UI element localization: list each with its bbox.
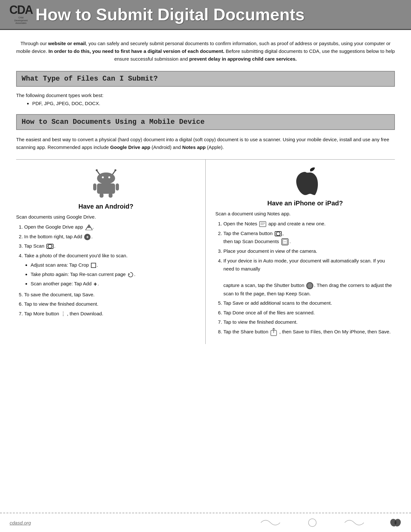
iphone-step-8: Tap the Share button , then Save to File…	[223, 328, 395, 336]
apple-icon-area	[215, 166, 395, 198]
iphone-steps-list: Open the Notes app and create a new one.…	[223, 220, 395, 336]
svg-rect-10	[100, 193, 103, 198]
svg-marker-14	[128, 273, 130, 275]
logo-cda-text: CDA	[9, 4, 33, 16]
camera-button-icon	[275, 231, 282, 236]
doc-types-intro: The following document types work best:	[16, 93, 395, 98]
add-circle-icon	[84, 234, 91, 240]
svg-point-4	[97, 172, 115, 184]
svg-rect-7	[97, 183, 115, 194]
iphone-step-4: If your device is in Auto mode, your doc…	[223, 257, 395, 298]
android-step-2: In the bottom right, tap Add .	[24, 232, 196, 241]
crop-icon	[91, 263, 96, 268]
plus-icon: +	[93, 279, 97, 289]
android-column: Have an Android? Scan documents using Go…	[16, 160, 206, 344]
footer-squiggle-2	[345, 518, 364, 527]
shutter-button-icon	[306, 282, 313, 289]
share-button-icon	[270, 328, 277, 336]
iphone-step-5: Tap Save or add additional scans to the …	[223, 299, 395, 307]
android-step-3: Tap Scan .	[24, 242, 196, 250]
iphone-scan-subtitle: Scan a document using Notes app.	[215, 211, 395, 216]
android-icon-area	[16, 166, 196, 200]
svg-rect-8	[93, 183, 96, 191]
android-scan-subtitle: Scan documents using Google Drive.	[16, 214, 196, 220]
svg-point-1	[96, 169, 98, 171]
doc-types-item: PDF, JPG, JPEG, DOC, DOCX.	[32, 101, 395, 106]
svg-point-27	[395, 521, 396, 525]
android-step-4: Take a photo of the document you'd like …	[24, 251, 196, 289]
iphone-column: Have an iPhone or iPad? Scan a document …	[206, 160, 395, 344]
iphone-step-7: Tap to view the finished document.	[223, 318, 395, 326]
android-robot-icon	[90, 166, 122, 198]
scan-camera-icon	[46, 244, 54, 249]
doc-types-list: PDF, JPG, JPEG, DOC, DOCX.	[32, 101, 395, 106]
page-footer: cdasd.org	[0, 513, 411, 532]
svg-rect-11	[109, 193, 113, 198]
gdrive-icon	[85, 224, 93, 230]
scan-documents-icon	[281, 238, 289, 246]
main-content: Through our website or email, you can sa…	[0, 30, 411, 354]
svg-point-3	[114, 169, 116, 171]
iphone-step-3: Place your document in view of the camer…	[223, 247, 395, 255]
android-step-5: To save the document, tap Save.	[24, 291, 196, 299]
more-button-icon: ⋮	[61, 310, 66, 318]
footer-circle	[306, 518, 319, 527]
svg-point-6	[108, 176, 110, 178]
android-step-6: Tap to view the finished document.	[24, 300, 196, 308]
page-header: CDA ChildDevelopmentAssociates How to Su…	[0, 0, 411, 30]
footer-butterfly-icon	[390, 518, 401, 527]
android-step-1: Open the Google Drive app .	[24, 223, 196, 231]
rescan-icon	[128, 272, 133, 278]
svg-rect-9	[116, 183, 119, 191]
footer-decoration	[261, 518, 401, 527]
iphone-step-2: Tap the Camera button , then tap Scan Do…	[223, 229, 395, 246]
android-steps-list: Open the Google Drive app . In the botto…	[24, 223, 196, 318]
intro-paragraph: Through our website or email, you can sa…	[16, 40, 395, 63]
android-substep-1: Adjust scan area: Tap Crop .	[31, 261, 196, 269]
iphone-step-1: Open the Notes app and create a new one.	[223, 220, 395, 228]
cda-logo: CDA ChildDevelopmentAssociates	[6, 3, 35, 26]
section1-title: What Type of Files Can I Submit?	[22, 75, 389, 83]
section2-header: How to Scan Documents Using a Mobile Dev…	[16, 114, 395, 130]
android-device-title: Have an Android?	[16, 203, 196, 210]
logo-subtext: ChildDevelopmentAssociates	[14, 16, 27, 25]
android-substep-2: Take photo again: Tap Re-scan current pa…	[31, 270, 196, 279]
apple-logo-icon	[292, 166, 318, 197]
section2-title: How to Scan Documents Using a Mobile Dev…	[22, 118, 389, 126]
page-title: How to Submit Digital Documents	[35, 5, 305, 24]
scan-intro-paragraph: The easiest and best way to convert a ph…	[16, 136, 395, 151]
iphone-device-title: Have an iPhone or iPad?	[215, 200, 395, 207]
svg-point-24	[308, 519, 316, 527]
android-substep-3: Scan another page: Tap Add +.	[31, 279, 196, 289]
android-substeps: Adjust scan area: Tap Crop . Take photo …	[31, 261, 196, 289]
footer-squiggle-1	[261, 518, 280, 527]
iphone-step-6: Tap Done once all of the files are scann…	[223, 309, 395, 317]
footer-url: cdasd.org	[10, 520, 31, 526]
svg-rect-15	[259, 222, 266, 227]
two-column-section: Have an Android? Scan documents using Go…	[16, 159, 395, 344]
notes-icon	[259, 221, 266, 227]
android-step-7: Tap More button ⋮ , then Download.	[24, 310, 196, 319]
svg-point-5	[102, 176, 104, 178]
section1-header: What Type of Files Can I Submit?	[16, 71, 395, 87]
